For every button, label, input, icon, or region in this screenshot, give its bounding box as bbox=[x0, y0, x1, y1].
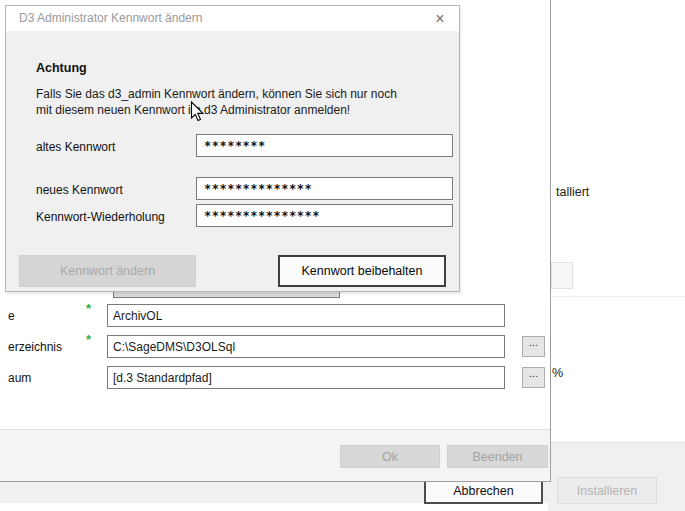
repeat-password-input[interactable]: *************** bbox=[196, 204, 453, 227]
old-password-label: altes Kennwort bbox=[36, 140, 115, 154]
directory-browse-button[interactable]: ... bbox=[522, 336, 545, 357]
directory-input[interactable]: C:\SageDMS\D3OLSql bbox=[107, 335, 505, 358]
ok-button[interactable]: Ok bbox=[340, 445, 440, 468]
path-input[interactable]: [d.3 Standardpfad] bbox=[107, 366, 505, 389]
required-marker-icon: * bbox=[86, 301, 91, 316]
repeat-password-label: Kennwort-Wiederholung bbox=[36, 210, 165, 224]
password-dialog-titlebar: D3 Administrator Kennwort ändern × bbox=[6, 6, 459, 31]
screenshot-root: talliert % Abbrechen Installieren e * Ar… bbox=[0, 0, 685, 511]
archive-name-label: e bbox=[8, 309, 15, 323]
quit-button[interactable]: Beenden bbox=[447, 445, 548, 468]
keep-password-button[interactable]: Kennwort beibehalten bbox=[278, 255, 446, 287]
install-button[interactable]: Installieren bbox=[557, 477, 657, 504]
change-password-button[interactable]: Kennwort ändern bbox=[19, 255, 196, 287]
directory-label: erzeichnis bbox=[8, 340, 62, 354]
background-divider-line bbox=[551, 296, 685, 297]
path-browse-button[interactable]: ... bbox=[522, 367, 545, 388]
warning-heading: Achtung bbox=[36, 61, 87, 75]
close-icon[interactable]: × bbox=[427, 8, 453, 29]
new-password-label: neues Kennwort bbox=[36, 183, 123, 197]
required-marker-icon: * bbox=[86, 332, 91, 347]
new-password-input[interactable]: ************** bbox=[196, 177, 453, 200]
archive-name-input[interactable]: ArchivOL bbox=[107, 304, 505, 327]
warning-text-line1: Falls Sie das d3_admin Kennwort ändern, … bbox=[36, 87, 397, 101]
mouse-cursor-icon bbox=[190, 101, 205, 123]
partially-hidden-control bbox=[551, 262, 573, 289]
old-password-input[interactable]: ******** bbox=[196, 134, 453, 157]
installer-bottom-strip bbox=[0, 503, 548, 511]
percent-text-fragment: % bbox=[552, 366, 563, 380]
path-label: aum bbox=[8, 371, 31, 385]
password-dialog-title: D3 Administrator Kennwort ändern bbox=[19, 6, 202, 31]
installed-text-fragment: talliert bbox=[556, 185, 589, 199]
password-dialog: D3 Administrator Kennwort ändern × Achtu… bbox=[5, 5, 460, 292]
